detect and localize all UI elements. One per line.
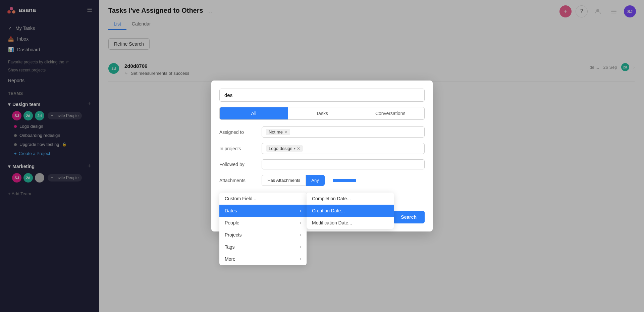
dropdown-chevron-icon: › [300, 208, 301, 213]
dropdown-item-tags[interactable]: Tags › [219, 241, 307, 253]
attachments-label: Attachments [219, 178, 256, 183]
submenu-item-modification-date[interactable]: Modification Date... [307, 217, 394, 229]
dropdown-item-dates[interactable]: Dates › [219, 205, 307, 217]
attachment-bar [333, 179, 356, 182]
search-input[interactable] [219, 89, 425, 102]
assigned-to-label: Assigned to [219, 129, 256, 135]
dropdown-chevron-icon: › [300, 245, 301, 249]
attachments-row: Attachments Has Attachments Any [219, 175, 425, 186]
remove-not-me-button[interactable]: ✕ [284, 130, 287, 135]
search-input-row [219, 89, 425, 102]
remove-logo-design-button[interactable]: ✕ [297, 146, 300, 151]
dropdown-chevron-icon: › [300, 257, 301, 261]
not-me-chip: Not me ✕ [266, 129, 290, 135]
followed-by-row: Followed by [219, 159, 425, 169]
secondary-dropdown-dates: Completion Date... Creation Date... Modi… [307, 193, 394, 229]
dropdown-chevron-icon: › [300, 232, 301, 237]
submenu-item-completion-date[interactable]: Completion Date... [307, 193, 394, 205]
submenu-item-creation-date[interactable]: Creation Date... [307, 205, 394, 217]
add-filter-row: + Add Filter ▾ Custom Field... Dates › P… [219, 193, 425, 203]
logo-design-label: Logo design [269, 146, 292, 151]
projects-filter-input[interactable] [305, 146, 420, 151]
has-attachments-button[interactable]: Has Attachments [262, 175, 306, 186]
dropdown-item-projects[interactable]: Projects › [219, 229, 307, 241]
any-button[interactable]: Any [306, 175, 324, 186]
in-projects-field[interactable]: Logo design ▾ ✕ [262, 143, 425, 154]
search-modal: All Tasks Conversations Assigned to Not … [211, 81, 433, 231]
logo-design-chevron-icon: ▾ [294, 147, 296, 150]
followed-by-input[interactable] [262, 159, 425, 169]
logo-design-chip: Logo design ▾ ✕ [266, 145, 303, 152]
followed-by-label: Followed by [219, 162, 256, 167]
filter-tab-all[interactable]: All [220, 107, 288, 119]
search-button[interactable]: Search [393, 211, 425, 223]
dropdown-chevron-icon: › [300, 220, 301, 225]
assigned-to-field[interactable]: Not me ✕ [262, 126, 425, 138]
filter-tabs: All Tasks Conversations [219, 107, 425, 120]
primary-dropdown: Custom Field... Dates › People › Project… [219, 193, 307, 265]
assigned-to-row: Assigned to Not me ✕ [219, 126, 425, 138]
dropdown-item-people[interactable]: People › [219, 217, 307, 229]
dropdown-container: + Add Filter ▾ Custom Field... Dates › P… [219, 193, 253, 203]
filter-tab-conversations[interactable]: Conversations [356, 107, 424, 119]
attachment-options: Has Attachments Any [262, 175, 325, 186]
filter-tab-tasks[interactable]: Tasks [288, 107, 356, 119]
dropdown-item-more[interactable]: More › [219, 253, 307, 265]
not-me-label: Not me [269, 129, 283, 135]
dropdown-item-custom-field[interactable]: Custom Field... [219, 193, 307, 205]
modal-overlay[interactable]: All Tasks Conversations Assigned to Not … [0, 0, 644, 312]
in-projects-label: In projects [219, 146, 256, 151]
in-projects-row: In projects Logo design ▾ ✕ [219, 143, 425, 154]
